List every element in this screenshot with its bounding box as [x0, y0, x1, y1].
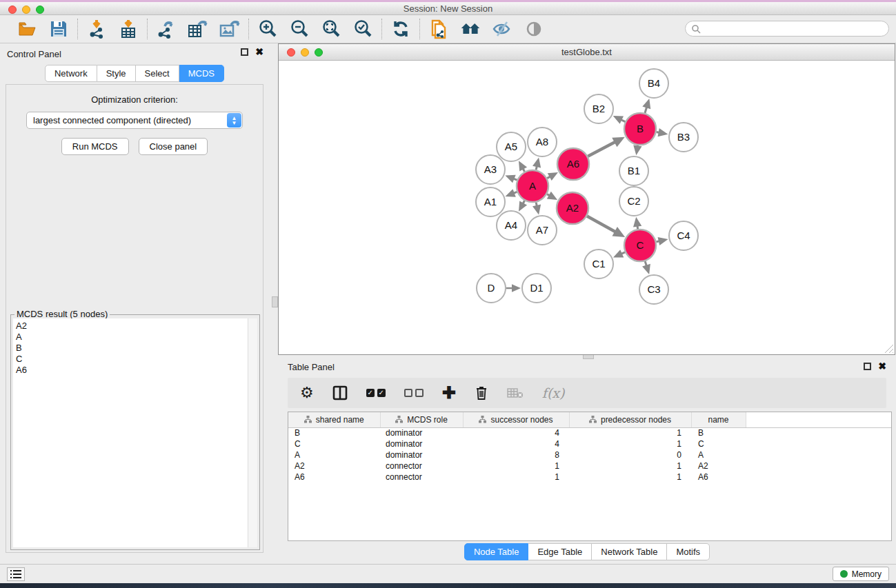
table-cell[interactable]: connector — [380, 460, 463, 472]
deselect-all-icon[interactable] — [404, 389, 424, 397]
column-header-MCDS-role[interactable]: MCDS role — [380, 412, 463, 427]
result-list-item[interactable]: B — [16, 343, 248, 354]
mcds-result-scrollbar[interactable] — [248, 318, 257, 547]
run-mcds-button[interactable]: Run MCDS — [61, 138, 129, 155]
result-list-item[interactable]: A6 — [16, 365, 248, 376]
close-panel-button[interactable]: Close panel — [139, 138, 208, 155]
column-header-predecessor-nodes[interactable]: predecessor nodes — [569, 412, 691, 427]
network-canvas[interactable]: B4B2BB3A8A5A6A3B1AC2A1A2A4A7C4CC1C3DD1 — [279, 61, 895, 354]
task-history-icon[interactable] — [7, 567, 25, 581]
zoom-selected-icon[interactable] — [352, 19, 373, 39]
tab-edge-table[interactable]: Edge Table — [528, 543, 592, 560]
table-cell[interactable]: A6 — [691, 472, 746, 483]
graph-node-label: A2 — [566, 202, 579, 214]
table-cell[interactable]: A6 — [288, 472, 380, 483]
graph-edge-A6-B[interactable] — [588, 142, 615, 156]
network-maximize-button[interactable] — [315, 48, 323, 57]
delete-icon[interactable] — [475, 385, 488, 401]
search-field[interactable] — [685, 21, 889, 37]
optimization-criterion-select[interactable]: largest connected component (directed) ▲… — [26, 112, 243, 129]
table-row[interactable]: A6connector11A6 — [288, 472, 891, 483]
table-cell[interactable]: C — [288, 438, 380, 449]
split-column-icon[interactable] — [332, 385, 348, 401]
zoom-in-icon[interactable] — [257, 19, 278, 39]
table-cell[interactable]: dominator — [380, 449, 463, 460]
result-list-item[interactable]: C — [16, 354, 248, 365]
clone-network-icon[interactable] — [428, 19, 449, 39]
table-cell-empty — [746, 460, 891, 472]
table-cell[interactable]: 4 — [463, 438, 569, 449]
table-row[interactable]: A2connector11A2 — [288, 460, 891, 472]
tab-select[interactable]: Select — [136, 65, 179, 82]
search-icon — [691, 24, 701, 34]
table-cell[interactable]: dominator — [380, 427, 463, 438]
column-header-successor-nodes[interactable]: successor nodes — [463, 412, 569, 427]
save-session-icon[interactable] — [48, 19, 69, 39]
column-header-name[interactable]: name — [691, 412, 746, 427]
table-cell[interactable]: 1 — [569, 427, 691, 438]
close-window-button[interactable] — [8, 6, 17, 14]
tab-network[interactable]: Network — [45, 65, 97, 82]
table-cell[interactable]: dominator — [380, 438, 463, 449]
table-row[interactable]: Bdominator41B — [288, 427, 891, 438]
table-cell[interactable]: 8 — [463, 449, 569, 460]
export-table-icon[interactable] — [188, 19, 208, 39]
table-cell[interactable]: 4 — [463, 427, 569, 438]
import-network-icon[interactable] — [86, 19, 107, 39]
tab-mcds[interactable]: MCDS — [179, 65, 224, 82]
table-cell[interactable]: connector — [380, 472, 463, 483]
table-cell[interactable]: 1 — [569, 438, 691, 449]
network-window-titlebar[interactable]: testGlobe.txt — [279, 44, 895, 61]
search-input[interactable] — [704, 24, 876, 34]
table-cell[interactable]: A2 — [691, 460, 746, 472]
close-table-panel-icon[interactable]: ✖ — [878, 363, 886, 370]
table-cell[interactable]: B — [691, 427, 746, 438]
result-list-item[interactable]: A2 — [16, 321, 248, 332]
table-cell[interactable]: 0 — [569, 449, 691, 460]
table-cell[interactable]: B — [288, 427, 380, 438]
refresh-icon[interactable] — [390, 19, 411, 39]
float-table-panel-icon[interactable] — [864, 363, 871, 370]
home-view-icon[interactable] — [460, 19, 481, 39]
memory-button[interactable]: Memory — [833, 567, 889, 581]
graph-edge-A2-C[interactable] — [587, 216, 616, 232]
splitter-handle-vertical[interactable] — [272, 296, 278, 307]
network-close-button[interactable] — [287, 48, 295, 57]
table-cell[interactable]: 1 — [569, 472, 691, 483]
table-cell[interactable]: A — [691, 449, 746, 460]
tab-motifs[interactable]: Motifs — [667, 543, 710, 560]
table-row[interactable]: Cdominator41C — [288, 438, 891, 449]
minimize-window-button[interactable] — [22, 6, 30, 14]
table-cell[interactable]: 1 — [463, 472, 569, 483]
select-all-icon[interactable]: ✓✓ — [366, 389, 386, 397]
gear-icon[interactable]: ⚙ — [300, 384, 314, 402]
zoom-out-icon[interactable] — [289, 19, 310, 39]
export-network-icon[interactable] — [156, 19, 177, 39]
node-table[interactable]: shared nameMCDS rolesuccessor nodesprede… — [288, 412, 892, 541]
maximize-window-button[interactable] — [36, 6, 44, 14]
table-cell[interactable]: 1 — [463, 460, 569, 472]
table-cell[interactable]: 1 — [569, 460, 691, 472]
table-cell[interactable]: A2 — [288, 460, 380, 472]
export-image-icon[interactable] — [219, 19, 240, 39]
hide-graphics-details-icon[interactable] — [492, 19, 512, 39]
import-table-icon[interactable] — [118, 19, 139, 39]
table-row[interactable]: Adominator80A — [288, 449, 891, 460]
column-header-shared-name[interactable]: shared name — [288, 412, 380, 427]
table-cell[interactable]: C — [691, 438, 746, 449]
tab-style[interactable]: Style — [97, 65, 136, 82]
show-graphics-details-icon[interactable] — [524, 19, 544, 39]
tab-network-table[interactable]: Network Table — [592, 543, 667, 560]
zoom-fit-icon[interactable] — [321, 19, 341, 39]
network-minimize-button[interactable] — [301, 48, 309, 57]
splitter-handle-horizontal[interactable] — [583, 354, 594, 359]
add-column-icon[interactable]: ✚ — [442, 383, 456, 403]
open-file-icon[interactable] — [17, 19, 37, 39]
table-cell[interactable]: A — [288, 449, 380, 460]
mcds-result-list[interactable]: A2ABCA6 — [13, 318, 248, 547]
float-panel-icon[interactable] — [241, 48, 248, 56]
result-list-item[interactable]: A — [16, 332, 248, 343]
tab-node-table[interactable]: Node Table — [464, 543, 529, 560]
close-panel-icon[interactable]: ✖ — [255, 48, 263, 56]
graph-node-label: B3 — [677, 131, 690, 143]
